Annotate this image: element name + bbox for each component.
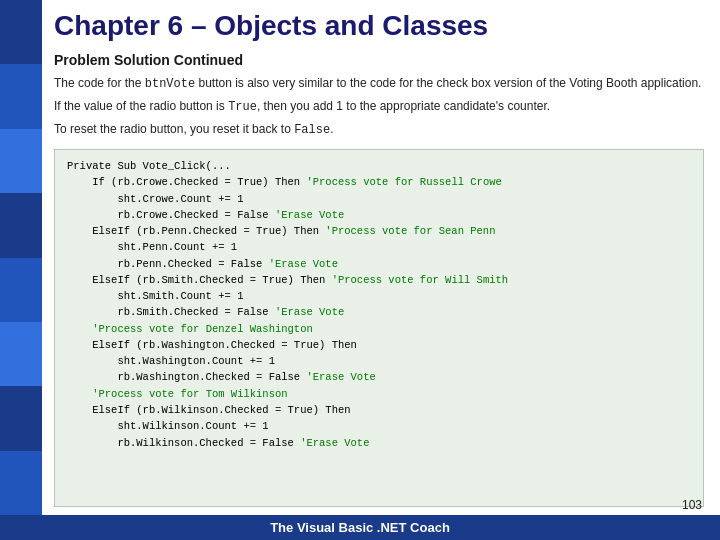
code-line: rb.Smith.Checked = False 'Erase Vote [67,304,691,320]
paragraph3: To reset the radio button, you reset it … [54,120,704,139]
paragraph1-text: The code for the [54,76,145,90]
code-line: sht.Washington.Count += 1 [67,353,691,369]
paragraph2: If the value of the radio button is True… [54,97,704,116]
sidebar-strip-0 [0,0,42,64]
code-line: sht.Smith.Count += 1 [67,288,691,304]
code-block: Private Sub Vote_Click(... If (rb.Crowe.… [54,149,704,507]
code-line: If (rb.Crowe.Checked = True) Then 'Proce… [67,174,691,190]
sidebar-strip-2 [0,129,42,193]
code-line: rb.Penn.Checked = False 'Erase Vote [67,256,691,272]
code-line: rb.Wilkinson.Checked = False 'Erase Vote [67,435,691,451]
sidebar [0,0,42,515]
sidebar-strip-3 [0,193,42,257]
code-line: sht.Crowe.Count += 1 [67,191,691,207]
sidebar-strip-4 [0,258,42,322]
code-line: rb.Crowe.Checked = False 'Erase Vote [67,207,691,223]
paragraph1-code: btnVote [145,77,195,91]
sidebar-strip-7 [0,451,42,515]
paragraph2-rest: , then you add 1 to the appropriate cand… [257,99,550,113]
section-heading: Problem Solution Continued [54,52,704,68]
content-area: Chapter 6 – Objects and Classes Problem … [42,0,720,515]
code-line: ElseIf (rb.Wilkinson.Checked = True) The… [67,402,691,418]
sidebar-strip-6 [0,386,42,450]
code-line: Private Sub Vote_Click(... [67,158,691,174]
page-number: 103 [682,498,702,512]
paragraph3-code: False [294,123,330,137]
code-line: ElseIf (rb.Penn.Checked = True) Then 'Pr… [67,223,691,239]
main-layout: Chapter 6 – Objects and Classes Problem … [0,0,720,515]
code-line: ElseIf (rb.Washington.Checked = True) Th… [67,337,691,353]
code-line: 'Process vote for Tom Wilkinson [67,386,691,402]
sidebar-strip-5 [0,322,42,386]
code-line: sht.Wilkinson.Count += 1 [67,418,691,434]
paragraph1-rest: button is also very similar to the code … [195,76,701,90]
code-line: 'Process vote for Denzel Washington [67,321,691,337]
code-line: sht.Penn.Count += 1 [67,239,691,255]
page-title: Chapter 6 – Objects and Classes [54,10,704,42]
page-container: Chapter 6 – Objects and Classes Problem … [0,0,720,540]
paragraph2-code: True [228,100,257,114]
paragraph2-pre: If the value of the radio button is [54,99,228,113]
paragraph3-period: . [330,122,333,136]
code-line: ElseIf (rb.Smith.Checked = True) Then 'P… [67,272,691,288]
sidebar-strip-1 [0,64,42,128]
footer-text: The Visual Basic .NET Coach [270,520,450,535]
paragraph1: The code for the btnVote button is also … [54,74,704,93]
paragraph3-pre: To reset the radio button, you reset it … [54,122,294,136]
code-line: rb.Washington.Checked = False 'Erase Vot… [67,369,691,385]
footer: The Visual Basic .NET Coach [0,515,720,540]
